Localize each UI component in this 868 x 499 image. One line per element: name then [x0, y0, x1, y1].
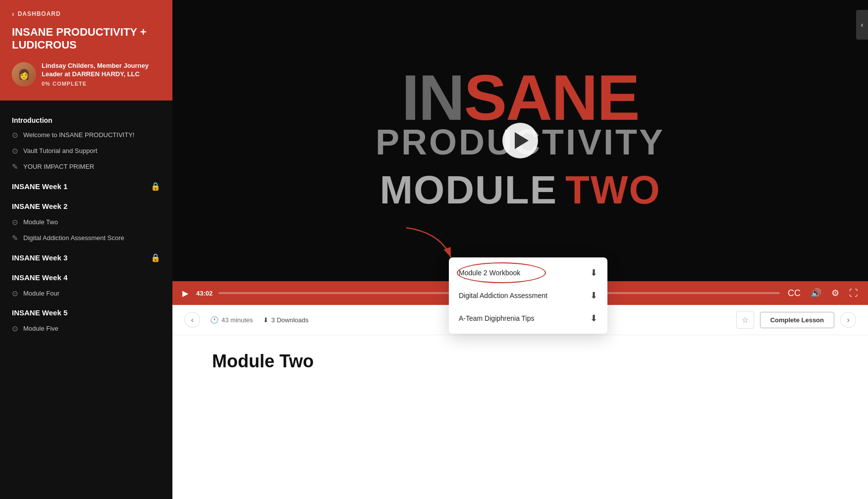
text-in: IN — [401, 69, 464, 127]
volume-button[interactable]: 🔊 — [809, 286, 823, 300]
prev-lesson-button[interactable]: ‹ — [184, 312, 200, 328]
chevron-left-icon: ‹ — [12, 10, 15, 18]
instructor-info: Lindsay Childers, Member Journey Leader … — [42, 62, 161, 87]
nav-item-module-five[interactable]: ⊙ Module Five — [0, 321, 172, 337]
lock-icon: 🔒 — [151, 182, 161, 191]
nav-item-digital-addiction[interactable]: ✎ Digital Addiction Assessment Score — [0, 230, 172, 246]
duration-meta: 🕐 43 minutes — [210, 316, 253, 324]
lock-icon: 🔒 — [151, 253, 161, 262]
download-icon[interactable]: ⬇ — [590, 290, 597, 301]
insane-text: INSANE — [401, 69, 639, 127]
avatar: 👩 — [12, 62, 36, 86]
instructor-name: Lindsay Childers, Member Journey Leader … — [42, 62, 161, 79]
doc-icon: ⊙ — [12, 147, 18, 155]
nav-item-vault[interactable]: ⊙ Vault Tutorial and Support — [0, 143, 172, 159]
edit-icon: ✎ — [12, 234, 18, 243]
module-two-row: MODULE TWO — [380, 167, 660, 213]
nav-item-label: Module Five — [23, 325, 58, 332]
week5-header[interactable]: INSANE Week 5 — [0, 301, 172, 321]
video-background: INSANE PRODUCTIVITY MODULE TWO — [172, 0, 868, 281]
main-content: INSANE PRODUCTIVITY MODULE TWO ▶ 43:02 C… — [172, 0, 868, 499]
nav-item-module-two[interactable]: ⊙ Module Two — [0, 214, 172, 230]
sidebar-header: ‹ DASHBOARD INSANE PRODUCTIVITY + LUDICR… — [0, 0, 172, 100]
nav-item-label: YOUR IMPACT PRIMER — [23, 163, 94, 170]
below-left: ‹ 🕐 43 minutes ⬇ 3 Downloads — [184, 312, 309, 328]
week4-header[interactable]: INSANE Week 4 — [0, 266, 172, 286]
play-button[interactable] — [502, 123, 538, 158]
course-title: INSANE PRODUCTIVITY + LUDICROUS — [12, 26, 161, 52]
week3-label: INSANE Week 3 — [12, 253, 67, 262]
dropdown-item-workbook[interactable]: Module 2 Workbook ⬇ — [449, 261, 607, 284]
week4-label: INSANE Week 4 — [12, 273, 67, 282]
cc-button[interactable]: CC — [786, 286, 803, 300]
instructor-block: 👩 Lindsay Childers, Member Journey Leade… — [12, 62, 161, 87]
video-container: INSANE PRODUCTIVITY MODULE TWO — [172, 0, 868, 281]
nav-item-label: Digital Addiction Assessment Score — [23, 234, 124, 242]
nav-item-label: Welcome to INSANE PRODUCTIVITY! — [23, 131, 134, 139]
downloads-dropdown: Module 2 Workbook ⬇ Digital Addiction As… — [449, 257, 607, 334]
week1-label: INSANE Week 1 — [12, 182, 67, 191]
module-content-title: Module Two — [212, 351, 828, 372]
duration-text: 43 minutes — [221, 316, 253, 324]
dropdown-item-label: Module 2 Workbook — [459, 269, 520, 277]
dropdown-item-assessment[interactable]: Digital Addiction Assessment ⬇ — [449, 284, 607, 307]
play-circle-icon: ⊙ — [12, 131, 18, 140]
fullscreen-button[interactable]: ⛶ — [847, 286, 860, 300]
complete-lesson-button[interactable]: Complete Lesson — [760, 312, 834, 328]
progress-label: 0% COMPLETE — [42, 81, 161, 87]
week5-label: INSANE Week 5 — [12, 308, 67, 317]
collapse-tab[interactable]: ‹ — [856, 10, 868, 40]
nav-item-label: Vault Tutorial and Support — [23, 147, 97, 154]
downloads-button[interactable]: ⬇ 3 Downloads — [263, 316, 309, 324]
nav-item-label: Module Four — [23, 290, 59, 297]
module-label: MODULE — [380, 167, 557, 213]
edit-icon: ✎ — [12, 162, 18, 171]
week2-header[interactable]: INSANE Week 2 — [0, 195, 172, 214]
download-icon[interactable]: ⬇ — [590, 267, 597, 278]
nav-item-module-four[interactable]: ⊙ Module Four — [0, 286, 172, 301]
week3-header[interactable]: INSANE Week 3 🔒 — [0, 246, 172, 266]
text-sane: SANE — [464, 69, 639, 127]
clock-icon: 🕐 — [210, 316, 218, 324]
back-to-dashboard[interactable]: ‹ DASHBOARD — [12, 10, 161, 18]
downloads-count: 3 Downloads — [271, 316, 309, 324]
sidebar: ‹ DASHBOARD INSANE PRODUCTIVITY + LUDICR… — [0, 0, 172, 499]
avatar-image: 👩 — [12, 62, 36, 86]
next-lesson-button[interactable]: › — [840, 312, 856, 328]
download-icon[interactable]: ⬇ — [590, 313, 597, 324]
current-time: 43:02 — [196, 290, 213, 297]
dropdown-item-tips[interactable]: A-Team Digiphrenia Tips ⬇ — [449, 307, 607, 330]
week2-label: INSANE Week 2 — [12, 202, 67, 210]
play-circle-icon: ⊙ — [12, 289, 18, 298]
section-title-intro: Introduction — [0, 110, 172, 127]
week1-header[interactable]: INSANE Week 1 🔒 — [0, 175, 172, 195]
nav-item-impact[interactable]: ✎ YOUR IMPACT PRIMER — [0, 159, 172, 175]
download-icon: ⬇ — [263, 316, 269, 324]
play-pause-button[interactable]: ▶ — [180, 287, 190, 300]
sidebar-nav: Introduction ⊙ Welcome to INSANE PRODUCT… — [0, 100, 172, 499]
back-label: DASHBOARD — [18, 10, 61, 17]
dropdown-item-label: A-Team Digiphrenia Tips — [459, 314, 535, 322]
dropdown-item-label: Digital Addiction Assessment — [459, 292, 547, 299]
nav-item-label: Module Two — [23, 218, 58, 226]
play-circle-icon: ⊙ — [12, 218, 18, 227]
module-content-area: Module Two — [172, 335, 868, 499]
two-label: TWO — [565, 167, 661, 213]
favorite-button[interactable]: ☆ — [736, 311, 754, 329]
play-circle-icon: ⊙ — [12, 324, 18, 333]
nav-item-welcome[interactable]: ⊙ Welcome to INSANE PRODUCTIVITY! — [0, 127, 172, 143]
settings-button[interactable]: ⚙ — [829, 286, 841, 300]
below-right: ☆ Complete Lesson › — [736, 311, 856, 329]
